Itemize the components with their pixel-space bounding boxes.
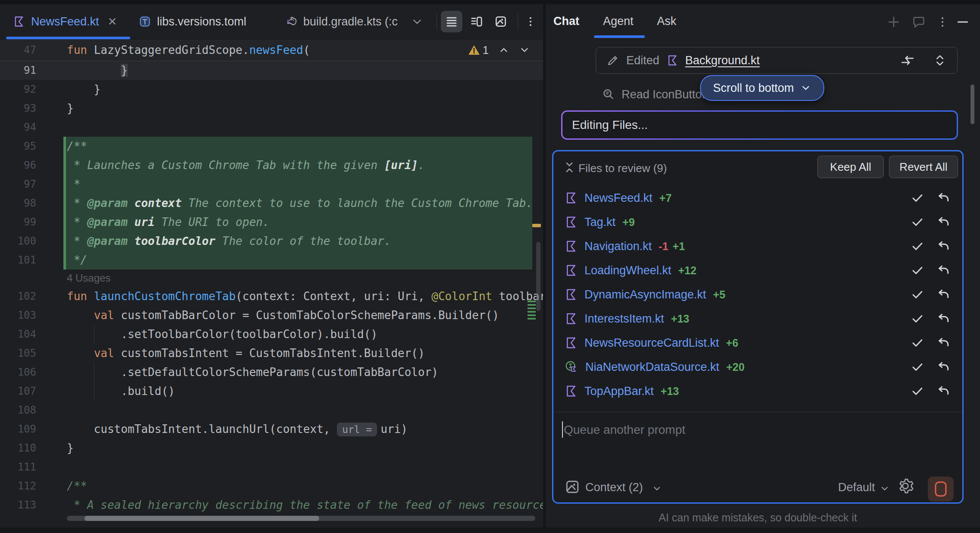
file-name-link[interactable]: DynamicAsyncImage.kt (584, 288, 706, 301)
file-review-row[interactable]: LoadingWheel.kt +12 (553, 258, 962, 282)
code-line[interactable]: 110} (0, 439, 543, 458)
view-mode-text-button[interactable] (441, 11, 462, 32)
revert-file-icon[interactable] (936, 239, 950, 253)
close-icon[interactable]: ✕ (108, 15, 117, 28)
code-line[interactable]: 112/** (0, 477, 543, 495)
keep-file-icon[interactable] (911, 288, 924, 301)
editor-kebab-menu[interactable] (520, 11, 541, 32)
keep-all-button[interactable]: Keep All (817, 156, 884, 178)
code-editor[interactable]: 47 fun LazyStaggeredGridScope.newsFeed( … (0, 39, 543, 528)
file-name-link[interactable]: Tag.kt (584, 216, 616, 229)
revert-file-icon[interactable] (936, 191, 950, 205)
code-line[interactable]: 105 val customTabsIntent = CustomTabsInt… (0, 344, 543, 363)
file-review-row[interactable]: Tag.kt +9 (553, 210, 962, 234)
revert-file-icon[interactable] (936, 312, 950, 326)
keep-file-icon[interactable] (911, 215, 924, 229)
file-name-link[interactable]: Navigation.kt (584, 240, 652, 253)
chevron-down-icon[interactable] (652, 483, 662, 494)
code-line[interactable]: 99 * @param uri The URI to open. (0, 213, 543, 232)
revert-all-button[interactable]: Revert All (889, 156, 958, 178)
prev-problem-icon[interactable] (498, 44, 509, 56)
keep-file-icon[interactable] (911, 384, 924, 398)
code-line[interactable]: 104 .setToolbarColor(toolbarColor).build… (0, 325, 543, 344)
scrollbar-thumb[interactable] (85, 516, 319, 521)
keep-file-icon[interactable] (911, 263, 924, 277)
next-problem-icon[interactable] (519, 44, 530, 56)
file-review-row[interactable]: DynamicAsyncImage.kt +5 (553, 282, 962, 307)
file-review-row[interactable]: NewsResourceCardList.kt +6 (553, 331, 962, 355)
code-line[interactable]: 102fun launchCustomChromeTab(context: Co… (0, 287, 543, 306)
prompt-input[interactable]: Queue another prompt (564, 423, 685, 437)
collapse-icon[interactable] (563, 161, 576, 174)
keep-file-icon[interactable] (911, 312, 924, 326)
revert-file-icon[interactable] (936, 288, 950, 301)
chat-kebab-menu-icon[interactable] (935, 15, 950, 29)
file-review-row[interactable]: NiaNetworkDataSource.kt +20 (553, 355, 962, 379)
edited-file-link[interactable]: Background.kt (685, 54, 760, 67)
code-line[interactable]: 94 (0, 118, 543, 137)
attach-image-icon[interactable] (565, 479, 580, 495)
chevron-down-icon[interactable] (879, 483, 890, 494)
revert-file-icon[interactable] (936, 336, 950, 350)
chat-history-icon[interactable] (911, 15, 926, 29)
file-review-row[interactable]: TopAppBar.kt +13 (553, 379, 962, 403)
tab-ask[interactable]: Ask (657, 4, 676, 38)
code-line[interactable]: 4 Usages (0, 270, 543, 287)
code-line[interactable]: 93} (0, 99, 543, 118)
code-line[interactable]: 113 * A sealed hierarchy describing the … (0, 495, 543, 514)
chat-scrollbar-thumb[interactable] (971, 85, 974, 124)
revert-file-icon[interactable] (936, 384, 950, 398)
view-mode-split-button[interactable] (466, 11, 487, 32)
new-chat-icon[interactable] (886, 15, 901, 29)
code-line[interactable]: 95/** (0, 137, 543, 156)
read-file-entry[interactable]: Read IconButton. (602, 88, 712, 101)
file-name-link[interactable]: NewsFeed.kt (584, 191, 653, 205)
code-line[interactable]: 111 (0, 458, 543, 477)
code-line[interactable]: 106 .setDefaultColorSchemeParams(customT… (0, 363, 543, 382)
code-line[interactable]: 96 * Launches a Custom Chrome Tab with t… (0, 156, 543, 175)
code-line[interactable]: 108 (0, 401, 543, 420)
file-review-row[interactable]: InterestsItem.kt +13 (553, 307, 962, 331)
code-line[interactable]: 109 customTabsIntent.launchUrl(context, … (0, 420, 543, 439)
file-name-link[interactable]: NewsResourceCardList.kt (584, 336, 719, 350)
code-line[interactable]: 91 } (0, 61, 543, 80)
view-mode-preview-button[interactable] (490, 11, 512, 32)
code-line[interactable]: 97 * (0, 175, 543, 194)
chevron-down-icon[interactable] (411, 16, 423, 27)
code-line[interactable]: 100 * @param toolbarColor The color of t… (0, 232, 543, 251)
gear-icon[interactable] (897, 477, 914, 495)
tab-newsfeed[interactable]: NewsFeed.kt ✕ (13, 4, 117, 39)
keep-file-icon[interactable] (911, 239, 924, 253)
code-line[interactable]: 107 .build() (0, 382, 543, 401)
revert-file-icon[interactable] (936, 360, 950, 374)
code-line[interactable]: 92 } (0, 80, 543, 99)
code-line[interactable]: 103 val customTabBarColor = CustomTabCol… (0, 306, 543, 325)
keep-file-icon[interactable] (911, 336, 924, 350)
keep-file-icon[interactable] (911, 191, 924, 205)
revert-file-icon[interactable] (936, 215, 950, 229)
file-name-link[interactable]: InterestsItem.kt (584, 312, 664, 326)
file-name-link[interactable]: TopAppBar.kt (584, 385, 654, 398)
warning-badge[interactable]: 1 (468, 44, 489, 56)
editor-vertical-scrollbar[interactable] (536, 242, 540, 311)
edited-file-card[interactable]: Edited Background.kt (596, 47, 958, 74)
expand-collapse-icon[interactable] (933, 53, 947, 67)
revert-file-icon[interactable] (936, 263, 950, 277)
file-review-row[interactable]: Navigation.kt -1+1 (553, 234, 962, 258)
code-line[interactable]: 101 */ (0, 251, 543, 270)
file-name-link[interactable]: NiaNetworkDataSource.kt (585, 361, 719, 374)
editor-horizontal-scrollbar[interactable] (67, 516, 535, 521)
hide-panel-icon[interactable] (955, 15, 970, 29)
tab-agent[interactable]: Agent (603, 4, 634, 38)
tab-build-gradle[interactable]: build.gradle.kts (:c (283, 4, 423, 39)
show-diff-icon[interactable] (900, 53, 915, 68)
file-name-link[interactable]: LoadingWheel.kt (584, 264, 671, 277)
file-review-row[interactable]: NewsFeed.kt +7 (553, 186, 962, 210)
code-lines[interactable]: 91 }92 }93}9495/**96 * Launches a Custom… (0, 61, 543, 514)
tab-libs-versions[interactable]: libs.versions.toml (139, 4, 246, 39)
stop-button[interactable] (928, 477, 954, 502)
model-dropdown[interactable]: Default (838, 481, 875, 494)
tab-chat[interactable]: Chat (553, 4, 579, 38)
code-line[interactable]: 98 * @param context The context to use t… (0, 194, 543, 213)
scroll-to-bottom-button[interactable]: Scroll to bottom (700, 75, 824, 101)
